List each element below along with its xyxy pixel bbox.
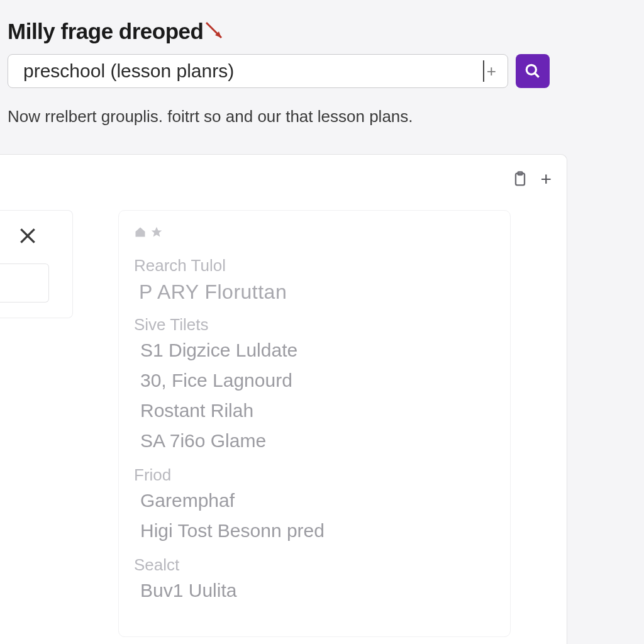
panel-toolbar: + bbox=[511, 169, 552, 190]
group-label-3: Friod bbox=[134, 465, 495, 485]
search-row: + bbox=[8, 54, 636, 88]
svg-line-3 bbox=[535, 73, 539, 77]
list-item[interactable]: Rostant Rilah bbox=[140, 400, 495, 421]
helper-text: Now rrelbert grouplis. foitrt so and our… bbox=[0, 107, 644, 126]
search-button[interactable] bbox=[516, 54, 550, 88]
list-item[interactable]: Garemphaf bbox=[140, 490, 495, 511]
list-item[interactable]: Buv1 Uulita bbox=[140, 580, 495, 601]
clipboard-icon[interactable] bbox=[511, 170, 529, 188]
item-list-2: S1 Digzice Luldate 30, Fice Lagnourd Ros… bbox=[140, 340, 495, 452]
star-icon bbox=[150, 226, 163, 242]
card-header-icons bbox=[134, 226, 495, 242]
group-label-2: Sive Tilets bbox=[134, 315, 495, 335]
result-heading-1[interactable]: P ARY Floruttan bbox=[139, 280, 495, 304]
close-icon[interactable] bbox=[18, 226, 38, 246]
search-icon bbox=[525, 63, 541, 79]
svg-point-2 bbox=[526, 65, 536, 74]
search-input[interactable] bbox=[23, 60, 477, 82]
list-item[interactable]: S1 Digzice Luldate bbox=[140, 340, 495, 361]
list-item[interactable]: 30, Fice Lagnourd bbox=[140, 370, 495, 391]
list-item[interactable]: Higi Tost Besonn pred bbox=[140, 520, 495, 541]
group-label-1: Rearch Tulol bbox=[134, 256, 495, 275]
item-list-4: Buv1 Uulita bbox=[140, 580, 495, 601]
add-filter-icon[interactable]: + bbox=[484, 62, 499, 81]
add-panel-icon[interactable]: + bbox=[540, 169, 552, 190]
results-card: Rearch Tulol P ARY Floruttan Sive Tilets… bbox=[118, 210, 511, 637]
page-title: Milly frage dreoped bbox=[8, 19, 636, 44]
item-list-3: Garemphaf Higi Tost Besonn pred bbox=[140, 490, 495, 541]
home-icon bbox=[134, 226, 147, 242]
results-panel: + Rearch Tulol P ARY Floruttan Sive Tile… bbox=[0, 154, 567, 644]
list-item[interactable]: SA 7i6o Glame bbox=[140, 430, 495, 452]
group-label-4: Sealct bbox=[134, 555, 495, 575]
search-input-container[interactable]: + bbox=[8, 54, 508, 88]
mini-field[interactable] bbox=[0, 264, 49, 303]
side-mini-panel bbox=[0, 210, 73, 318]
